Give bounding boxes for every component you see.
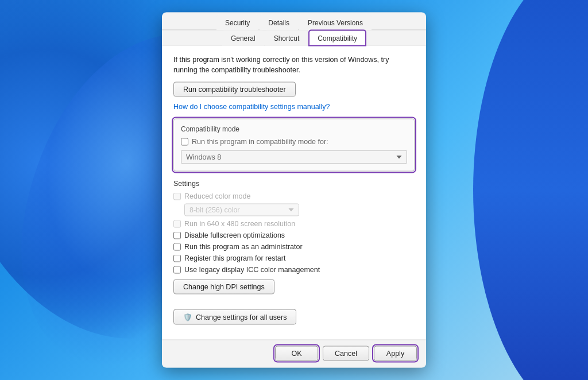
legacy-icc-label: Use legacy display ICC color management: [184, 266, 320, 274]
ok-button[interactable]: OK: [275, 346, 318, 361]
tab-details[interactable]: Details: [260, 15, 298, 30]
disable-fullscreen-checkbox[interactable]: [173, 231, 181, 239]
tab-row-top: Security Details Previous Versions: [162, 13, 426, 30]
register-restart-checkbox[interactable]: [173, 254, 181, 262]
setting-reduced-color: Reduced color mode: [173, 192, 415, 200]
640x480-label: Run in 640 x 480 screen resolution: [184, 220, 295, 228]
reduced-color-checkbox[interactable]: [173, 192, 181, 200]
setting-legacy-icc: Use legacy display ICC color management: [173, 266, 415, 274]
setting-640x480: Run in 640 x 480 screen resolution: [173, 220, 415, 228]
setting-register-restart: Register this program for restart: [173, 254, 415, 262]
settings-section: Settings Reduced color mode 8-bit (256) …: [173, 180, 415, 301]
change-users-button[interactable]: 🛡️ Change settings for all users: [173, 309, 296, 325]
color-mode-dropdown[interactable]: 8-bit (256) color: [184, 204, 299, 216]
compatibility-mode-section: Compatibility mode Run this program in c…: [173, 119, 415, 172]
reduced-color-label: Reduced color mode: [184, 192, 250, 200]
tab-bar: Security Details Previous Versions Gener…: [162, 13, 426, 46]
change-users-label: Change settings for all users: [196, 313, 287, 321]
tab-previous-versions[interactable]: Previous Versions: [299, 15, 372, 30]
shield-icon: 🛡️: [183, 313, 192, 321]
setting-run-admin: Run this program as an administrator: [173, 243, 415, 251]
run-troubleshooter-button[interactable]: Run compatibility troubleshooter: [173, 82, 296, 97]
disable-fullscreen-label: Disable fullscreen optimizations: [184, 231, 285, 239]
color-dropdown-row: 8-bit (256) color: [184, 204, 415, 216]
tab-general[interactable]: General: [222, 30, 264, 46]
run-admin-label: Run this program as an administrator: [184, 243, 303, 251]
legacy-icc-checkbox[interactable]: [173, 266, 181, 273]
tab-security[interactable]: Security: [216, 15, 258, 30]
cancel-button[interactable]: Cancel: [323, 346, 369, 361]
intro-text: If this program isn't working correctly …: [173, 55, 415, 75]
settings-label: Settings: [173, 180, 415, 188]
dialog-content: If this program isn't working correctly …: [162, 46, 426, 340]
run-admin-checkbox[interactable]: [173, 243, 181, 250]
tab-compatibility[interactable]: Compatibility: [309, 30, 366, 46]
change-dpi-button[interactable]: Change high DPI settings: [173, 280, 274, 294]
setting-disable-fullscreen: Disable fullscreen optimizations: [173, 231, 415, 239]
compat-mode-label: Compatibility mode: [181, 125, 407, 133]
compat-mode-checkbox[interactable]: [181, 138, 188, 145]
help-link[interactable]: How do I choose compatibility settings m…: [173, 103, 415, 111]
640x480-checkbox[interactable]: [173, 220, 181, 227]
dialog-footer: OK Cancel Apply: [162, 340, 426, 368]
compat-mode-checkbox-label: Run this program in compatibility mode f…: [192, 138, 328, 146]
compat-mode-dropdown-row: Windows 8 Windows 7 Windows Vista (SP2) …: [181, 150, 407, 164]
register-restart-label: Register this program for restart: [184, 254, 285, 262]
apply-button[interactable]: Apply: [374, 346, 417, 361]
properties-dialog: Security Details Previous Versions Gener…: [162, 13, 426, 368]
compat-mode-checkbox-row: Run this program in compatibility mode f…: [181, 138, 407, 146]
compat-mode-dropdown[interactable]: Windows 8 Windows 7 Windows Vista (SP2) …: [181, 150, 407, 164]
tab-row-bottom: General Shortcut Compatibility: [162, 30, 426, 46]
tab-shortcut[interactable]: Shortcut: [265, 30, 308, 46]
